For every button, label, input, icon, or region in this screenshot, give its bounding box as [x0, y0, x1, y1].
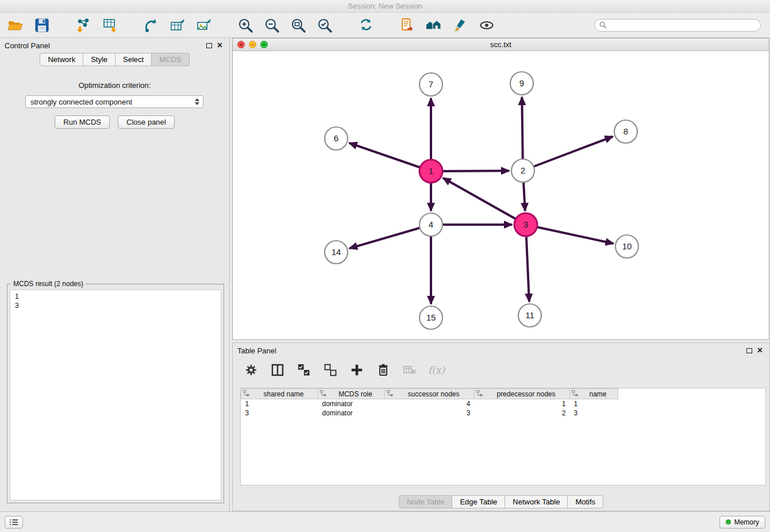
svg-text:15: 15 [426, 313, 436, 322]
graph-node-10[interactable]: 10 [615, 235, 638, 258]
tab-network-table[interactable]: Network Table [505, 495, 568, 508]
table-panel: Table Panel × [232, 342, 770, 511]
column-header-name[interactable]: name [570, 389, 618, 399]
criterion-select[interactable]: strongly connected component [25, 95, 203, 108]
save-session-button[interactable] [32, 16, 52, 35]
graph-node-9[interactable]: 9 [510, 72, 533, 95]
close-table-panel-icon[interactable]: × [757, 347, 763, 354]
close-panel-icon[interactable]: × [217, 42, 222, 49]
table-cell[interactable]: dominator [318, 408, 385, 418]
table-cell[interactable]: 3 [570, 408, 618, 418]
graph-edge-1-6[interactable] [349, 143, 431, 171]
close-window-icon[interactable]: × [237, 41, 245, 48]
column-header-successor-nodes[interactable]: successor nodes [385, 389, 475, 399]
table-cell[interactable]: dominator [318, 399, 385, 408]
table-row[interactable]: 3dominator323 [241, 408, 618, 418]
import-network-button[interactable] [74, 16, 93, 35]
tab-mcds[interactable]: MCDS [152, 53, 189, 66]
maximize-window-icon[interactable]: + [260, 41, 268, 48]
graph-node-2[interactable]: 2 [511, 159, 534, 182]
close-panel-button[interactable]: Close panel [118, 115, 175, 129]
graph-node-14[interactable]: 14 [325, 241, 348, 264]
tab-select[interactable]: Select [116, 53, 152, 66]
zoom-out-button[interactable] [262, 16, 282, 35]
sort-icon [320, 390, 326, 398]
graph-edge-2-8[interactable] [523, 137, 613, 171]
graph-node-15[interactable]: 15 [419, 306, 442, 329]
graph-edge-4-14[interactable] [349, 225, 431, 248]
tab-node-table[interactable]: Node Table [399, 495, 453, 508]
graph-edge-3-1[interactable] [443, 178, 526, 225]
open-file-button[interactable] [6, 16, 25, 35]
network-overview-button[interactable] [424, 16, 444, 35]
table-cell[interactable]: 1 [475, 399, 570, 408]
control-panel-tabs: NetworkStyleSelectMCDS [0, 53, 229, 66]
svg-text:10: 10 [622, 241, 632, 251]
import-table-button[interactable] [100, 16, 120, 35]
table-cell[interactable]: 3 [241, 408, 318, 418]
svg-text:11: 11 [525, 310, 534, 320]
column-header-predecessor-nodes[interactable]: predecessor nodes [475, 389, 570, 399]
graph-node-1[interactable]: 1 [419, 160, 442, 183]
table-cell[interactable]: 1 [570, 399, 618, 408]
mcds-result-text[interactable]: 1 3 [10, 290, 221, 500]
table-cell[interactable]: 4 [385, 399, 475, 408]
search-input[interactable] [610, 21, 756, 30]
show-columns-button[interactable] [270, 362, 286, 378]
paint-brush-icon [452, 17, 468, 33]
select-all-button[interactable] [296, 362, 312, 378]
tab-style[interactable]: Style [83, 53, 116, 66]
zoom-selected-button[interactable] [315, 16, 334, 35]
graph-node-4[interactable]: 4 [419, 213, 442, 236]
search-box[interactable] [594, 19, 761, 32]
table-settings-button[interactable] [243, 362, 259, 378]
table-panel-title: Table Panel [237, 346, 276, 355]
column-header-MCDS-role[interactable]: MCDS role [318, 389, 385, 399]
minimize-window-icon[interactable]: − [249, 41, 256, 48]
task-history-button[interactable] [5, 516, 23, 529]
sort-icon [476, 390, 483, 398]
gear-icon [244, 363, 259, 377]
column-header-shared-name[interactable]: shared name [241, 389, 318, 399]
zoom-in-button[interactable] [236, 16, 255, 35]
float-panel-icon[interactable] [206, 43, 212, 48]
memory-button[interactable]: Memory [719, 516, 765, 529]
search-icon [599, 21, 607, 29]
table-cell[interactable]: 3 [385, 408, 475, 418]
criterion-selected-value: strongly connected component [30, 98, 132, 106]
table-cell[interactable]: 1 [241, 399, 318, 408]
tab-motifs[interactable]: Motifs [568, 495, 603, 508]
add-row-button[interactable] [349, 362, 365, 378]
graph-node-6[interactable]: 6 [325, 127, 348, 150]
export-table-button[interactable] [168, 16, 187, 35]
apply-style-button[interactable] [451, 16, 470, 35]
export-image-button[interactable] [194, 16, 214, 35]
tab-network[interactable]: Network [40, 53, 83, 66]
tab-edge-table[interactable]: Edge Table [452, 495, 505, 508]
export-network-button[interactable] [141, 16, 161, 35]
run-mcds-button[interactable]: Run MCDS [55, 115, 110, 129]
zoom-fit-button[interactable] [288, 16, 308, 35]
table-cell[interactable]: 2 [475, 408, 570, 418]
table-panel-tabs: Node TableEdge TableNetwork TableMotifs [233, 495, 769, 508]
toggle-details-button[interactable] [477, 16, 496, 35]
graph-edge-3-10[interactable] [526, 225, 614, 244]
sort-icon [243, 390, 249, 398]
refresh-icon [358, 17, 374, 33]
zoom-in-icon [237, 17, 253, 33]
graph-node-11[interactable]: 11 [518, 304, 541, 327]
network-canvas[interactable]: 7968123414101511 [233, 51, 769, 340]
graph-node-8[interactable]: 8 [614, 120, 637, 143]
deselect-all-button[interactable] [322, 362, 338, 378]
delete-column-button [402, 362, 418, 378]
refresh-layout-button[interactable] [356, 16, 376, 35]
status-bar: Memory [0, 511, 770, 532]
delete-row-button[interactable] [375, 362, 391, 378]
home-icon [425, 17, 442, 33]
trash-icon [376, 363, 391, 377]
share-document-button[interactable] [398, 16, 417, 35]
graph-node-7[interactable]: 7 [419, 73, 442, 96]
float-table-panel-icon[interactable] [746, 348, 752, 353]
graph-node-3[interactable]: 3 [514, 213, 537, 236]
table-row[interactable]: 1dominator411 [241, 399, 618, 408]
